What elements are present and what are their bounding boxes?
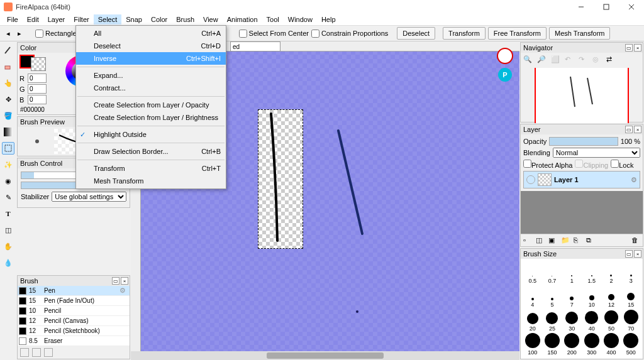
brush-size-cell[interactable]: 1.5 — [582, 261, 601, 284]
layer-item[interactable]: Layer 1 ⚙ — [523, 171, 640, 188]
panel-close-icon[interactable]: × — [634, 250, 641, 258]
menu-brush[interactable]: Brush — [172, 14, 199, 25]
wand-tool-icon[interactable]: ✨ — [2, 158, 14, 171]
text-tool-icon[interactable]: T — [2, 207, 14, 220]
divide-tool-icon[interactable]: ◫ — [2, 224, 14, 236]
menu-item-inverse[interactable]: InverseCtrl+Shift+I — [76, 52, 226, 65]
sfc-checkbox[interactable] — [239, 30, 247, 38]
lock[interactable]: Lock — [611, 160, 633, 169]
menu-tool[interactable]: Tool — [262, 14, 284, 25]
menu-filter[interactable]: Filter — [69, 14, 93, 25]
deselect-button[interactable]: Deselect — [397, 27, 435, 40]
brush-size-cell[interactable]: 0.5 — [523, 261, 541, 284]
stabilizer-select[interactable]: Use global settings — [52, 192, 126, 202]
brush-size-cell[interactable]: 150 — [543, 333, 561, 356]
nav-flip-icon[interactable]: ⇄ — [606, 55, 616, 65]
gradient-tool-icon[interactable] — [2, 126, 14, 138]
visibility-icon[interactable] — [526, 175, 535, 184]
top-field[interactable] — [230, 41, 280, 52]
horizontal-scrollbar[interactable] — [131, 351, 519, 360]
constrain-proportions[interactable]: Constrain Proportions — [311, 30, 388, 38]
brush-size-cell[interactable]: 30 — [563, 309, 581, 332]
navigator-thumbnail[interactable] — [535, 68, 629, 123]
eraser-tool-icon[interactable] — [2, 60, 14, 73]
menu-item-contract-[interactable]: Contract... — [76, 82, 226, 94]
menu-edit[interactable]: Edit — [23, 14, 43, 25]
brush-size-cell[interactable]: 25 — [543, 309, 561, 332]
smudge-tool-icon[interactable]: 👆 — [2, 77, 14, 89]
brush-size-cell[interactable]: 4 — [523, 285, 541, 308]
panel-close-icon[interactable]: × — [634, 44, 641, 52]
dup-brush-icon[interactable] — [32, 348, 41, 357]
brush-size-cell[interactable]: 500 — [622, 333, 640, 356]
layer-opacity-slider[interactable] — [549, 137, 618, 146]
gear-icon[interactable]: ⚙ — [631, 176, 637, 184]
transform-button[interactable]: Transform — [443, 27, 486, 40]
protect-alpha[interactable]: Protect Alpha — [523, 160, 572, 169]
menu-item-expand-[interactable]: Expand... — [76, 69, 226, 82]
brush-size-cell[interactable]: 10 — [582, 285, 601, 308]
add-brush-icon[interactable] — [20, 348, 29, 357]
lasso-tool-icon[interactable]: ◉ — [2, 175, 14, 187]
pen-tool-icon[interactable]: ✎ — [2, 191, 14, 204]
protect-checkbox[interactable] — [523, 160, 531, 168]
close-button[interactable] — [619, 0, 644, 14]
nav-rotate-left-icon[interactable]: ↶ — [565, 55, 575, 65]
menu-help[interactable]: Help — [317, 14, 340, 25]
brush-list-item[interactable]: 12Pencil (Canvas) — [18, 316, 130, 326]
brush-size-cell[interactable]: 7 — [563, 285, 581, 308]
select-from-center[interactable]: Select From Center — [239, 30, 309, 38]
brush-size-cell[interactable]: 300 — [582, 333, 601, 356]
avatar-icon[interactable] — [497, 48, 513, 64]
brush-size-cell[interactable]: 20 — [523, 309, 541, 332]
gear-icon[interactable]: ⚙ — [119, 286, 128, 295]
bucket-tool-icon[interactable]: 🪣 — [2, 109, 14, 122]
brush-list-item[interactable]: 8.5Eraser — [18, 336, 130, 346]
menu-layer[interactable]: Layer — [43, 14, 70, 25]
menu-item-draw-selection-border-[interactable]: Draw Selection Border...Ctrl+B — [76, 145, 226, 158]
nav-fit-icon[interactable]: ⬜ — [551, 55, 561, 65]
brush-size-cell[interactable]: 0.7 — [543, 261, 561, 284]
b-input[interactable] — [28, 95, 47, 104]
r-input[interactable] — [28, 74, 47, 83]
menu-snap[interactable]: Snap — [121, 14, 147, 25]
menu-select[interactable]: Select — [94, 14, 122, 25]
brush-list-item[interactable]: 10Pencil — [18, 306, 130, 316]
menu-color[interactable]: Color — [147, 14, 172, 25]
brush-size-cell[interactable]: 70 — [622, 309, 640, 332]
brush-tool-icon[interactable] — [2, 44, 14, 57]
panel-float-icon[interactable]: ▭ — [112, 277, 119, 285]
new-layer-1bit-icon[interactable]: ▣ — [548, 236, 557, 245]
new-layer-icon[interactable]: ▫ — [523, 236, 532, 245]
brush-size-cell[interactable]: 12 — [602, 285, 620, 308]
mesh-transform-button[interactable]: Mesh Transform — [549, 27, 610, 40]
brush-size-cell[interactable]: 100 — [523, 333, 541, 356]
clipping[interactable]: Clipping — [575, 160, 608, 169]
menu-animation[interactable]: Animation — [223, 14, 262, 25]
panel-close-icon[interactable]: × — [121, 277, 128, 285]
free-transform-button[interactable]: Free Transform — [488, 27, 547, 40]
hand-tool-icon[interactable]: ✋ — [2, 240, 14, 253]
nav-zoom-out-icon[interactable]: 🔎 — [537, 55, 547, 65]
brush-size-cell[interactable]: 5 — [543, 285, 561, 308]
prev-arrow-icon[interactable]: ◂ — [4, 28, 13, 38]
next-arrow-icon[interactable]: ▸ — [15, 28, 24, 38]
menu-item-highlight-outside[interactable]: ✓Highlight Outside — [76, 128, 226, 141]
trash-icon[interactable]: 🗑 — [631, 236, 640, 245]
dup-layer-icon[interactable]: ⧉ — [586, 236, 595, 245]
select-rect-tool-icon[interactable] — [2, 142, 14, 155]
menu-item-deselect[interactable]: DeselectCtrl+D — [76, 40, 226, 52]
menu-file[interactable]: File — [3, 14, 23, 25]
minimize-button[interactable] — [569, 0, 594, 14]
brush-size-cell[interactable]: 400 — [602, 333, 620, 356]
brush-list-item[interactable]: 12Pencil (Sketchbook) — [18, 326, 130, 336]
constrain-checkbox[interactable] — [311, 30, 319, 38]
brush-list-item[interactable]: 15Pen⚙ — [18, 286, 130, 296]
lock-checkbox[interactable] — [611, 160, 619, 168]
move-tool-icon[interactable]: ✥ — [2, 93, 14, 106]
brush-size-cell[interactable]: 2 — [602, 261, 620, 284]
menu-item-create-selection-from-layer-opacity[interactable]: Create Selection from Layer / Opacity — [76, 99, 226, 111]
menu-item-mesh-transform[interactable]: Mesh Transform — [76, 175, 226, 187]
panel-close-icon[interactable]: × — [634, 126, 641, 133]
g-input[interactable] — [28, 84, 47, 94]
